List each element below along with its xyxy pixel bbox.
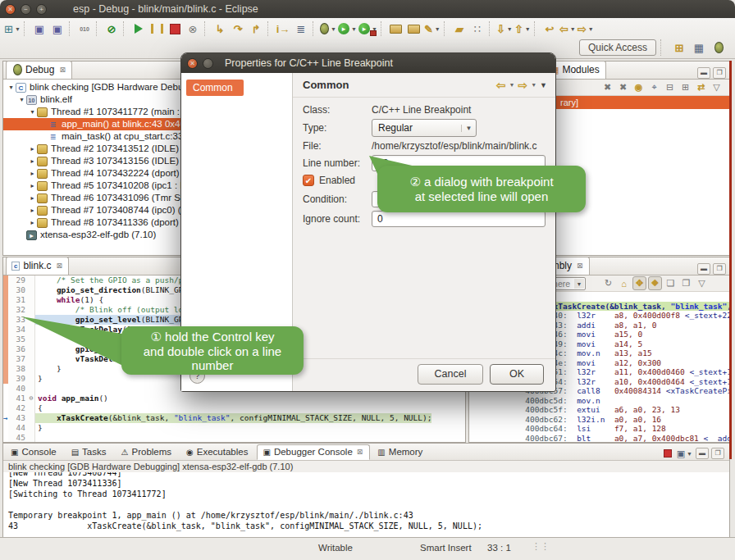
toolbar-icon[interactable]: ✎ ▼ (424, 20, 441, 37)
fold-marker-icon[interactable] (28, 285, 35, 295)
toolbar-icon[interactable]: ▣ ▼ (31, 20, 48, 37)
toolbar-icon[interactable]: ↳ ▼ (212, 20, 228, 37)
toolbar-icon[interactable]: ▼ (130, 20, 147, 37)
console-tab[interactable]: ▥ Memory (372, 444, 430, 460)
forward-icon[interactable]: ⇨ (518, 79, 527, 92)
toolbar-icon[interactable]: ▼ (204, 21, 208, 36)
editor-line[interactable]: 44 } (3, 423, 465, 433)
line-number[interactable]: 30 (8, 285, 28, 295)
chevron-down-icon[interactable]: ▼ (507, 26, 513, 32)
toolbar-icon[interactable]: ≣ ▼ (293, 20, 309, 37)
cancel-button[interactable]: Cancel (418, 364, 483, 385)
toolbar-icon[interactable]: ▼ (167, 20, 183, 37)
fold-marker-icon[interactable] (28, 305, 35, 315)
editor-line[interactable]: → 43 xTaskCreate(&blink_task, "blink_tas… (3, 413, 465, 423)
tab-debug[interactable]: Debug ⊠ (6, 61, 72, 79)
toolbar-icon[interactable]: ⊗ ▼ (185, 20, 201, 37)
toolbar-icon[interactable]: ⇩ ▼ (496, 20, 513, 37)
chevron-down-icon[interactable]: ▼ (15, 26, 21, 32)
toolbar-icon[interactable]: ▣ ▼ (49, 20, 66, 37)
line-number[interactable]: 43 (8, 413, 28, 423)
tab-blink-c[interactable]: c blink.c ⊠ (6, 257, 69, 275)
close-icon[interactable]: ⊠ (59, 66, 66, 74)
toolbar-icon[interactable]: ▼ (123, 21, 127, 36)
close-icon[interactable]: ⊠ (357, 448, 363, 456)
modules-toolbar-icon[interactable]: ⌖ (647, 80, 661, 94)
toolbar-icon[interactable]: ▼ (338, 20, 357, 37)
ok-button[interactable]: OK (490, 364, 544, 385)
fold-marker-icon[interactable] (28, 275, 35, 285)
toolbar-icon[interactable]: ▼ (267, 21, 272, 36)
chevron-down-icon[interactable]: ▼ (435, 26, 441, 32)
modules-toolbar-icon[interactable]: ⇄ (694, 80, 708, 94)
editor-line[interactable]: 41 ⊖ void app_main() (3, 394, 465, 403)
toolbar-icon[interactable]: ▼ (313, 21, 317, 36)
fold-marker-icon[interactable]: ⊖ (28, 394, 35, 403)
maximize-icon[interactable]: ❐ (713, 263, 726, 275)
perspective-icon[interactable] (710, 39, 727, 56)
toolbar-icon[interactable]: ⇦ ▼ (559, 20, 576, 37)
expand-arrow-icon[interactable]: ▸ (28, 192, 37, 204)
minimize-icon[interactable]: ▬ (697, 67, 710, 79)
maximize-icon[interactable]: ❐ (711, 448, 724, 459)
modules-toolbar-icon[interactable]: ✖ (600, 80, 614, 94)
disassembly-toolbar-icon[interactable]: ↻ (601, 276, 615, 290)
expand-arrow-icon[interactable]: ▾ (28, 106, 37, 118)
ignore-count-input[interactable] (372, 211, 546, 227)
toolbar-icon[interactable]: i→ ▼ (275, 20, 291, 37)
close-icon[interactable]: ⊠ (56, 262, 62, 270)
toolbar-icon[interactable]: ▼ (358, 20, 377, 37)
fold-marker-icon[interactable] (28, 433, 35, 442)
line-number[interactable]: 40 (8, 384, 28, 394)
modules-toolbar-icon[interactable]: ⊟ (663, 80, 677, 94)
toolbar-icon[interactable]: ▼ (69, 21, 73, 36)
toolbar-icon[interactable]: ⊘ ▼ (103, 20, 120, 37)
line-number[interactable]: 45 (8, 433, 28, 442)
sidebar-item-common[interactable]: Common (186, 80, 244, 96)
display-console-icon[interactable]: ▣▼ (677, 447, 692, 460)
console-tab[interactable]: ⚠ Problems (116, 444, 180, 460)
toolbar-icon[interactable]: ▼ (96, 21, 100, 36)
disassembly-toolbar-icon[interactable]: ⌂ (617, 276, 631, 290)
chevron-down-icon[interactable]: ▼ (331, 26, 336, 32)
modules-toolbar-icon[interactable]: ◉ (632, 80, 646, 94)
line-number[interactable]: 42 (8, 403, 28, 413)
toolbar-icon[interactable]: ▼ (534, 21, 538, 36)
toolbar-icon[interactable]: ⇨ ▼ (578, 20, 594, 37)
disassembly-toolbar-icon[interactable]: ▽ (695, 276, 709, 290)
toolbar-icon[interactable]: ↷ ▼ (230, 20, 246, 37)
chevron-down-icon[interactable]: ▼ (588, 26, 594, 32)
toolbar-icon[interactable]: ▼ (444, 21, 448, 36)
minimize-icon[interactable]: ▬ (696, 448, 709, 459)
toolbar-icon[interactable]: ↱ ▼ (248, 20, 264, 37)
disassembly-toolbar-icon[interactable]: ❖ (648, 276, 662, 290)
minimize-icon[interactable]: ▬ (697, 263, 710, 275)
type-dropdown[interactable]: Regular ▼ (372, 119, 477, 137)
console-tab[interactable]: ▣ Console (5, 444, 64, 460)
disassembly-toolbar-icon[interactable]: ❐ (679, 276, 693, 290)
line-number[interactable]: 31 (8, 295, 28, 305)
console-tab[interactable]: ▣ Debugger Console ⊠ (257, 444, 370, 460)
modules-toolbar-icon[interactable]: ⊞ (678, 80, 692, 94)
toolbar-icon[interactable]: ↩ ▼ (541, 20, 558, 37)
view-menu-icon[interactable]: ▼ (540, 81, 547, 89)
chevron-down-icon[interactable]: ▼ (525, 26, 531, 32)
modules-toolbar-icon[interactable]: ▽ (710, 80, 724, 94)
chevron-down-icon[interactable]: ▼ (531, 82, 536, 88)
fold-marker-icon[interactable] (28, 413, 35, 423)
chevron-down-icon[interactable]: ▼ (574, 279, 584, 289)
expand-arrow-icon[interactable]: ▸ (28, 155, 37, 167)
perspective-icon[interactable]: ▦ (691, 39, 707, 56)
dialog-minimize-icon[interactable] (203, 58, 213, 69)
line-number[interactable]: 44 (8, 423, 28, 433)
toolbar-icon[interactable]: ▼ (148, 20, 165, 37)
expand-arrow-icon[interactable]: ▸ (28, 204, 37, 216)
expand-arrow-icon[interactable]: ▾ (17, 93, 26, 106)
window-minimize-icon[interactable]: − (21, 4, 31, 15)
toolbar-icon[interactable]: ▼ (320, 20, 336, 37)
drag-handle[interactable]: ⋮⋮ (532, 541, 550, 552)
modules-selected-row[interactable]: rary] (542, 96, 729, 109)
fold-marker-icon[interactable] (28, 374, 35, 384)
fold-marker-icon[interactable] (28, 384, 35, 394)
toolbar-icon[interactable]: ⊞ ▼ (4, 20, 21, 37)
